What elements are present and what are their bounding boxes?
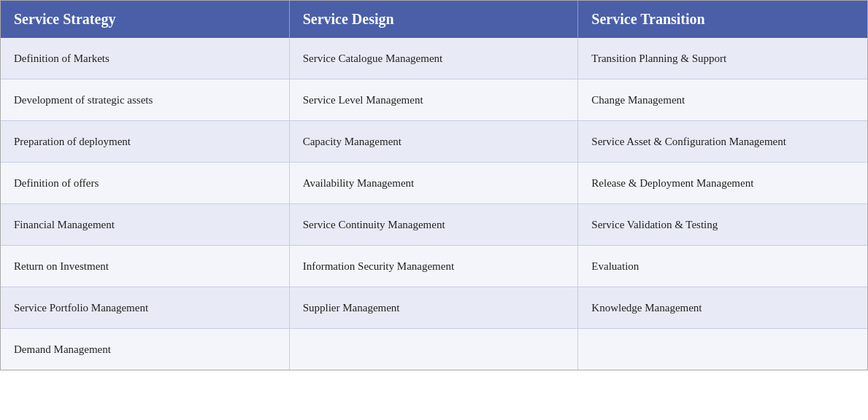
table-row: Definition of offersAvailability Managem… (1, 163, 867, 204)
cell-row5-col1: Information Security Management (290, 246, 579, 287)
cell-row6-col2: Knowledge Management (578, 287, 867, 328)
cell-row6-col1: Supplier Management (290, 287, 579, 328)
cell-row0-col2: Transition Planning & Support (578, 38, 867, 79)
cell-row4-col2: Service Validation & Testing (578, 204, 867, 245)
main-table: Service Strategy Service Design Service … (0, 0, 868, 370)
cell-row1-col0: Development of strategic assets (1, 79, 290, 120)
table-row: Financial ManagementService Continuity M… (1, 204, 867, 246)
table-row: Development of strategic assetsService L… (1, 79, 867, 121)
table-row: Demand Management (1, 329, 867, 370)
cell-row3-col1: Availability Management (290, 163, 579, 203)
table-row: Preparation of deploymentCapacity Manage… (1, 121, 867, 163)
cell-row4-col1: Service Continuity Management (290, 204, 579, 245)
cell-row5-col2: Evaluation (578, 246, 867, 287)
table-row: Service Portfolio ManagementSupplier Man… (1, 287, 867, 329)
cell-row6-col0: Service Portfolio Management (1, 287, 290, 328)
header-service-transition: Service Transition (578, 1, 867, 38)
cell-row3-col2: Release & Deployment Management (578, 163, 867, 203)
cell-row2-col0: Preparation of deployment (1, 121, 290, 162)
table-row: Return on InvestmentInformation Security… (1, 246, 867, 287)
cell-row0-col1: Service Catalogue Management (290, 38, 579, 79)
cell-row3-col0: Definition of offers (1, 163, 290, 203)
cell-row7-col0: Demand Management (1, 329, 290, 370)
cell-row1-col1: Service Level Management (290, 79, 579, 120)
header-service-strategy: Service Strategy (1, 1, 290, 38)
table-header: Service Strategy Service Design Service … (1, 1, 867, 38)
cell-row0-col0: Definition of Markets (1, 38, 290, 79)
cell-row7-col2 (578, 329, 867, 370)
table-body: Definition of MarketsService Catalogue M… (1, 38, 867, 370)
cell-row1-col2: Change Management (578, 79, 867, 120)
header-service-design: Service Design (290, 1, 579, 38)
cell-row2-col2: Service Asset & Configuration Management (578, 121, 867, 162)
cell-row7-col1 (290, 329, 579, 370)
table-row: Definition of MarketsService Catalogue M… (1, 38, 867, 79)
cell-row5-col0: Return on Investment (1, 246, 290, 287)
cell-row4-col0: Financial Management (1, 204, 290, 245)
cell-row2-col1: Capacity Management (290, 121, 579, 162)
